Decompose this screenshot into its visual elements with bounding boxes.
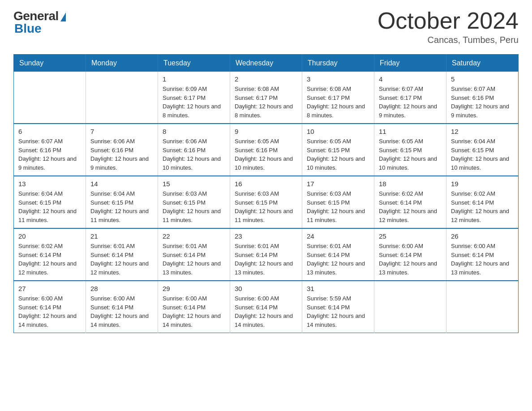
- logo: General Blue: [13, 9, 66, 36]
- day-info: Sunrise: 6:00 AMSunset: 6:14 PMDaylight:…: [90, 294, 153, 329]
- day-info: Sunrise: 6:01 AMSunset: 6:14 PMDaylight:…: [235, 242, 297, 277]
- calendar-cell: 16Sunrise: 6:03 AMSunset: 6:15 PMDayligh…: [230, 176, 302, 228]
- day-info: Sunrise: 6:02 AMSunset: 6:14 PMDaylight:…: [379, 189, 442, 224]
- week-row-3: 20Sunrise: 6:02 AMSunset: 6:14 PMDayligh…: [14, 228, 519, 281]
- day-info: Sunrise: 6:00 AMSunset: 6:14 PMDaylight:…: [163, 294, 225, 329]
- calendar-cell: 26Sunrise: 6:00 AMSunset: 6:14 PMDayligh…: [446, 228, 519, 281]
- calendar-cell: 18Sunrise: 6:02 AMSunset: 6:14 PMDayligh…: [374, 176, 446, 228]
- logo-blue-text: Blue: [14, 21, 42, 36]
- day-info: Sunrise: 6:02 AMSunset: 6:14 PMDaylight:…: [451, 189, 514, 224]
- header-saturday: Saturday: [446, 55, 519, 72]
- day-number: 23: [235, 232, 297, 240]
- calendar-cell: 30Sunrise: 6:00 AMSunset: 6:14 PMDayligh…: [230, 281, 302, 333]
- week-row-2: 13Sunrise: 6:04 AMSunset: 6:15 PMDayligh…: [14, 176, 519, 228]
- calendar-cell: 14Sunrise: 6:04 AMSunset: 6:15 PMDayligh…: [86, 176, 158, 228]
- day-number: 22: [163, 232, 225, 240]
- day-info: Sunrise: 6:05 AMSunset: 6:16 PMDaylight:…: [235, 137, 297, 172]
- day-info: Sunrise: 6:01 AMSunset: 6:14 PMDaylight:…: [163, 242, 225, 277]
- day-info: Sunrise: 6:05 AMSunset: 6:15 PMDaylight:…: [307, 137, 369, 172]
- calendar-cell: 5Sunrise: 6:07 AMSunset: 6:16 PMDaylight…: [446, 72, 519, 124]
- day-info: Sunrise: 6:08 AMSunset: 6:17 PMDaylight:…: [235, 85, 297, 120]
- calendar-cell: 1Sunrise: 6:09 AMSunset: 6:17 PMDaylight…: [158, 72, 230, 124]
- calendar-cell: [14, 72, 86, 124]
- day-info: Sunrise: 6:05 AMSunset: 6:15 PMDaylight:…: [379, 137, 442, 172]
- day-number: 8: [163, 128, 225, 135]
- day-number: 6: [18, 128, 81, 135]
- calendar-cell: 13Sunrise: 6:04 AMSunset: 6:15 PMDayligh…: [14, 176, 86, 228]
- day-number: 30: [235, 285, 297, 292]
- calendar-cell: 2Sunrise: 6:08 AMSunset: 6:17 PMDaylight…: [230, 72, 302, 124]
- location-text: Cancas, Tumbes, Peru: [378, 35, 519, 45]
- day-number: 7: [90, 128, 153, 135]
- calendar-cell: 4Sunrise: 6:07 AMSunset: 6:17 PMDaylight…: [374, 72, 446, 124]
- day-info: Sunrise: 6:04 AMSunset: 6:15 PMDaylight:…: [90, 189, 153, 224]
- week-row-1: 6Sunrise: 6:07 AMSunset: 6:16 PMDaylight…: [14, 124, 519, 176]
- calendar-cell: [86, 72, 158, 124]
- day-number: 21: [90, 232, 153, 240]
- calendar-cell: 12Sunrise: 6:04 AMSunset: 6:15 PMDayligh…: [446, 124, 519, 176]
- day-info: Sunrise: 6:07 AMSunset: 6:16 PMDaylight:…: [451, 85, 514, 120]
- day-number: 18: [379, 180, 442, 188]
- day-info: Sunrise: 6:06 AMSunset: 6:16 PMDaylight:…: [90, 137, 153, 172]
- header-row: SundayMondayTuesdayWednesdayThursdayFrid…: [14, 55, 519, 72]
- calendar-cell: [374, 281, 446, 333]
- calendar-cell: 25Sunrise: 6:00 AMSunset: 6:14 PMDayligh…: [374, 228, 446, 281]
- day-number: 17: [307, 180, 369, 188]
- day-info: Sunrise: 6:00 AMSunset: 6:14 PMDaylight:…: [18, 294, 81, 329]
- day-info: Sunrise: 6:00 AMSunset: 6:14 PMDaylight:…: [451, 242, 514, 277]
- day-info: Sunrise: 6:07 AMSunset: 6:17 PMDaylight:…: [379, 85, 442, 120]
- week-row-0: 1Sunrise: 6:09 AMSunset: 6:17 PMDaylight…: [14, 72, 519, 124]
- calendar-table: SundayMondayTuesdayWednesdayThursdayFrid…: [13, 54, 519, 333]
- calendar-cell: 10Sunrise: 6:05 AMSunset: 6:15 PMDayligh…: [302, 124, 374, 176]
- day-number: 4: [379, 75, 442, 83]
- day-info: Sunrise: 6:01 AMSunset: 6:14 PMDaylight:…: [307, 242, 369, 277]
- calendar-cell: 3Sunrise: 6:08 AMSunset: 6:17 PMDaylight…: [302, 72, 374, 124]
- day-number: 31: [307, 285, 369, 292]
- day-info: Sunrise: 6:07 AMSunset: 6:16 PMDaylight:…: [18, 137, 81, 172]
- calendar-cell: 29Sunrise: 6:00 AMSunset: 6:14 PMDayligh…: [158, 281, 230, 333]
- week-row-4: 27Sunrise: 6:00 AMSunset: 6:14 PMDayligh…: [14, 281, 519, 333]
- day-info: Sunrise: 5:59 AMSunset: 6:14 PMDaylight:…: [307, 294, 369, 329]
- day-info: Sunrise: 6:02 AMSunset: 6:14 PMDaylight:…: [18, 242, 81, 277]
- day-info: Sunrise: 6:06 AMSunset: 6:16 PMDaylight:…: [163, 137, 225, 172]
- day-number: 26: [451, 232, 514, 240]
- day-number: 12: [451, 128, 514, 135]
- calendar-cell: 20Sunrise: 6:02 AMSunset: 6:14 PMDayligh…: [14, 228, 86, 281]
- day-info: Sunrise: 6:01 AMSunset: 6:14 PMDaylight:…: [90, 242, 153, 277]
- title-section: October 2024 Cancas, Tumbes, Peru: [378, 9, 519, 45]
- calendar-cell: 28Sunrise: 6:00 AMSunset: 6:14 PMDayligh…: [86, 281, 158, 333]
- day-number: 9: [235, 128, 297, 135]
- calendar-cell: 17Sunrise: 6:03 AMSunset: 6:15 PMDayligh…: [302, 176, 374, 228]
- day-info: Sunrise: 6:04 AMSunset: 6:15 PMDaylight:…: [451, 137, 514, 172]
- day-number: 10: [307, 128, 369, 135]
- month-title: October 2024: [378, 9, 519, 32]
- page-header: General Blue October 2024 Cancas, Tumbes…: [13, 9, 519, 45]
- day-info: Sunrise: 6:00 AMSunset: 6:14 PMDaylight:…: [379, 242, 442, 277]
- day-number: 1: [163, 75, 225, 83]
- day-number: 28: [90, 285, 153, 292]
- calendar-cell: 27Sunrise: 6:00 AMSunset: 6:14 PMDayligh…: [14, 281, 86, 333]
- calendar-cell: 31Sunrise: 5:59 AMSunset: 6:14 PMDayligh…: [302, 281, 374, 333]
- day-number: 3: [307, 75, 369, 83]
- day-number: 2: [235, 75, 297, 83]
- calendar-cell: 6Sunrise: 6:07 AMSunset: 6:16 PMDaylight…: [14, 124, 86, 176]
- calendar-cell: [446, 281, 519, 333]
- day-number: 15: [163, 180, 225, 188]
- logo-triangle-icon: [60, 13, 66, 21]
- calendar-cell: 24Sunrise: 6:01 AMSunset: 6:14 PMDayligh…: [302, 228, 374, 281]
- day-info: Sunrise: 6:00 AMSunset: 6:14 PMDaylight:…: [235, 294, 297, 329]
- header-friday: Friday: [374, 55, 446, 72]
- day-number: 27: [18, 285, 81, 292]
- header-thursday: Thursday: [302, 55, 374, 72]
- calendar-cell: 8Sunrise: 6:06 AMSunset: 6:16 PMDaylight…: [158, 124, 230, 176]
- day-number: 20: [18, 232, 81, 240]
- day-number: 11: [379, 128, 442, 135]
- day-number: 24: [307, 232, 369, 240]
- calendar-cell: 23Sunrise: 6:01 AMSunset: 6:14 PMDayligh…: [230, 228, 302, 281]
- day-info: Sunrise: 6:08 AMSunset: 6:17 PMDaylight:…: [307, 85, 369, 120]
- day-info: Sunrise: 6:03 AMSunset: 6:15 PMDaylight:…: [235, 189, 297, 224]
- day-info: Sunrise: 6:09 AMSunset: 6:17 PMDaylight:…: [163, 85, 225, 120]
- calendar-cell: 22Sunrise: 6:01 AMSunset: 6:14 PMDayligh…: [158, 228, 230, 281]
- calendar-cell: 19Sunrise: 6:02 AMSunset: 6:14 PMDayligh…: [446, 176, 519, 228]
- calendar-cell: 9Sunrise: 6:05 AMSunset: 6:16 PMDaylight…: [230, 124, 302, 176]
